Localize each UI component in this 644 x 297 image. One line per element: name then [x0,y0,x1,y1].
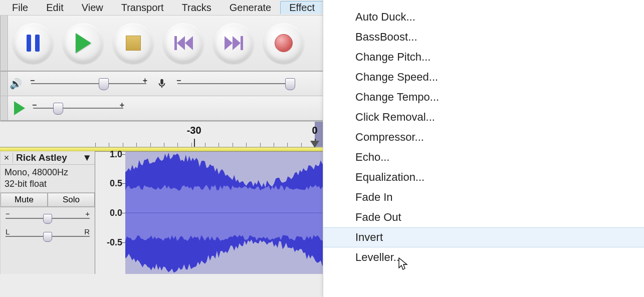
effect-item-change-tempo[interactable]: Change Tempo... [323,87,644,107]
menu-edit[interactable]: Edit [37,1,72,15]
menu-file[interactable]: File [3,1,37,15]
track-close-button[interactable]: × [1,153,13,163]
menu-effect[interactable]: Effect [280,1,324,14]
effect-dropdown-menu: Auto Duck...BassBoost...Change Pitch...C… [323,0,644,297]
stop-icon [126,36,141,51]
pan-left-label: L [6,227,10,236]
effect-item-auto-duck[interactable]: Auto Duck... [323,7,644,27]
track-format-label: Mono, 48000Hz [5,167,91,178]
skip-end-icon [225,36,243,50]
record-button[interactable] [264,23,304,63]
input-volume-slider[interactable]: −+ [177,79,293,88]
track-pan-slider[interactable]: L R [6,229,90,243]
track-name-label: Rick Astley [16,152,67,163]
skip-end-button[interactable] [213,23,254,63]
toolbar-grip[interactable] [1,96,8,120]
menu-tracks[interactable]: Tracks [173,1,221,15]
record-icon [275,34,293,52]
track-bitdepth-label: 32-bit float [5,178,91,190]
effect-item-echo[interactable]: Echo... [323,147,644,167]
stop-button[interactable] [113,23,153,63]
gain-minus-label: − [6,209,10,218]
effect-item-fade-out[interactable]: Fade Out [323,207,644,227]
effect-item-change-speed[interactable]: Change Speed... [323,67,644,87]
toolbar-grip[interactable] [1,72,8,96]
playback-speed-slider[interactable]: −+ [33,104,123,113]
pause-button[interactable] [13,23,53,63]
track-name-dropdown[interactable]: Rick Astley ▼ [13,152,95,163]
output-volume-slider[interactable]: −+ [31,79,146,88]
solo-button[interactable]: Solo [48,193,95,207]
effect-item-invert[interactable]: Invert [323,227,644,247]
track-gain-slider[interactable]: − + [6,211,90,225]
skip-start-button[interactable] [163,23,203,63]
play-icon [76,33,91,53]
gain-plus-label: + [85,209,90,218]
effect-item-change-pitch[interactable]: Change Pitch... [323,47,644,67]
effect-item-bassboost[interactable]: BassBoost... [323,27,644,47]
effect-item-fade-in[interactable]: Fade In [323,187,644,207]
pan-right-label: R [84,227,90,236]
play-at-speed-icon[interactable] [14,101,25,115]
toolbar-grip[interactable] [1,16,8,71]
menu-view[interactable]: View [73,1,112,15]
mute-button[interactable]: Mute [1,193,48,207]
track-header: × Rick Astley ▼ Mono, 48000Hz 32-bit flo… [0,151,95,274]
menu-generate[interactable]: Generate [221,1,280,15]
amplitude-scale: 1.00.50.0-0.5 [95,152,126,274]
pause-icon [27,35,40,52]
menu-transport[interactable]: Transport [112,1,173,15]
microphone-icon [154,76,169,91]
effect-item-equalization[interactable]: Equalization... [323,167,644,187]
track-info: Mono, 48000Hz 32-bit float [1,165,95,192]
skip-start-icon [174,36,193,50]
effect-item-click-removal[interactable]: Click Removal... [323,107,644,127]
play-button[interactable] [63,23,103,63]
chevron-down-icon: ▼ [82,152,92,163]
speaker-icon: 🔊 [8,76,23,91]
effect-item-leveller[interactable]: Leveller... [323,247,644,267]
effect-item-compressor[interactable]: Compressor... [323,127,644,147]
